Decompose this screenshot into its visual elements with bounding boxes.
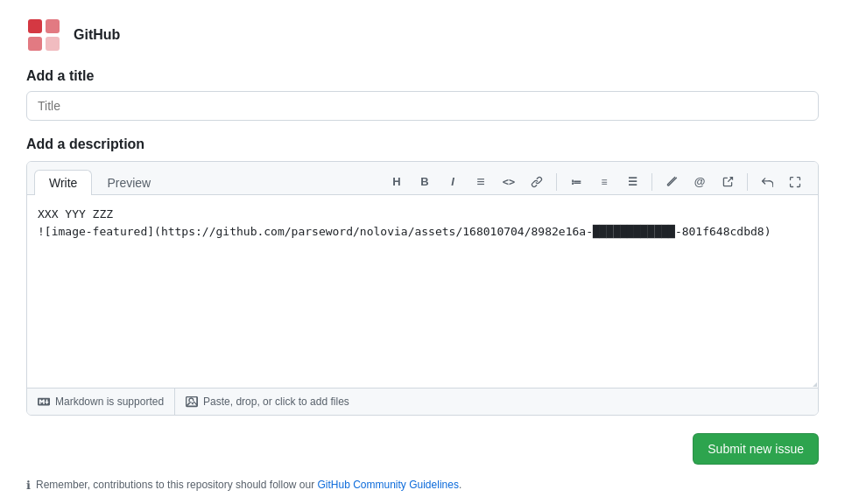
- editor-container: Write Preview H B I ≡ <> ≔ ≡ ☰ @: [26, 161, 819, 416]
- toolbar-fullscreen-btn[interactable]: [783, 170, 807, 194]
- markdown-text: Markdown is supported: [55, 396, 164, 408]
- file-text: Paste, drop, or click to add files: [203, 396, 349, 408]
- github-logo: [26, 18, 61, 52]
- community-guidelines-link[interactable]: GitHub Community Guidelines: [318, 479, 459, 491]
- page-header: GitHub: [26, 18, 819, 52]
- description-section-label: Add a description: [26, 136, 819, 152]
- submit-row: Submit new issue: [26, 433, 819, 465]
- toolbar-code-btn[interactable]: <>: [496, 170, 521, 194]
- toolbar-undo-btn[interactable]: [755, 170, 779, 194]
- resize-handle[interactable]: [807, 377, 818, 388]
- svg-rect-0: [28, 19, 42, 33]
- editor-footer: Markdown is supported Paste, drop, or cl…: [27, 388, 818, 415]
- title-section: Add a title: [26, 68, 819, 121]
- toolbar-quote-btn[interactable]: ≡: [468, 170, 493, 194]
- footer-note: ℹ Remember, contributions to this reposi…: [26, 479, 819, 492]
- toolbar-tasklist-btn[interactable]: ☰: [620, 170, 644, 194]
- editor-tabs-row: Write Preview H B I ≡ <> ≔ ≡ ☰ @: [27, 162, 818, 195]
- markdown-support-label: Markdown is supported: [27, 388, 175, 415]
- toolbar-attach-btn[interactable]: [659, 170, 684, 194]
- toolbar-italic-btn[interactable]: I: [440, 170, 465, 194]
- toolbar-divider-2: [651, 173, 652, 191]
- submit-new-issue-button[interactable]: Submit new issue: [693, 433, 819, 465]
- toolbar-link-btn[interactable]: [525, 170, 549, 194]
- tab-preview[interactable]: Preview: [92, 170, 165, 195]
- toolbar-bold-btn[interactable]: B: [412, 170, 437, 194]
- description-textarea[interactable]: XXX YYY ZZZ ![image-featured](https://gi…: [27, 195, 818, 388]
- editor-toolbar: H B I ≡ <> ≔ ≡ ☰ @: [384, 170, 811, 194]
- svg-rect-2: [28, 37, 42, 51]
- editor-body: XXX YYY ZZZ ![image-featured](https://gi…: [27, 195, 818, 388]
- toolbar-mention-btn[interactable]: @: [687, 170, 712, 194]
- tab-write[interactable]: Write: [34, 170, 92, 195]
- markdown-icon: [38, 396, 50, 408]
- toolbar-heading-btn[interactable]: H: [384, 170, 409, 194]
- toolbar-ordered-list-btn[interactable]: ≔: [564, 170, 588, 194]
- svg-rect-1: [46, 19, 60, 33]
- footer-note-text: Remember, contributions to this reposito…: [36, 479, 461, 491]
- toolbar-unordered-list-btn[interactable]: ≡: [592, 170, 616, 194]
- image-icon: [186, 396, 198, 408]
- svg-rect-3: [46, 37, 60, 51]
- toolbar-divider-3: [747, 173, 748, 191]
- toolbar-reference-btn[interactable]: [715, 170, 740, 194]
- page-title: GitHub: [74, 27, 120, 43]
- toolbar-divider-1: [556, 173, 557, 191]
- title-section-label: Add a title: [26, 68, 819, 84]
- description-section: Add a description Write Preview H B I ≡ …: [26, 136, 819, 416]
- title-input[interactable]: [26, 91, 819, 121]
- file-upload-label[interactable]: Paste, drop, or click to add files: [175, 388, 360, 415]
- info-icon: ℹ: [26, 479, 31, 492]
